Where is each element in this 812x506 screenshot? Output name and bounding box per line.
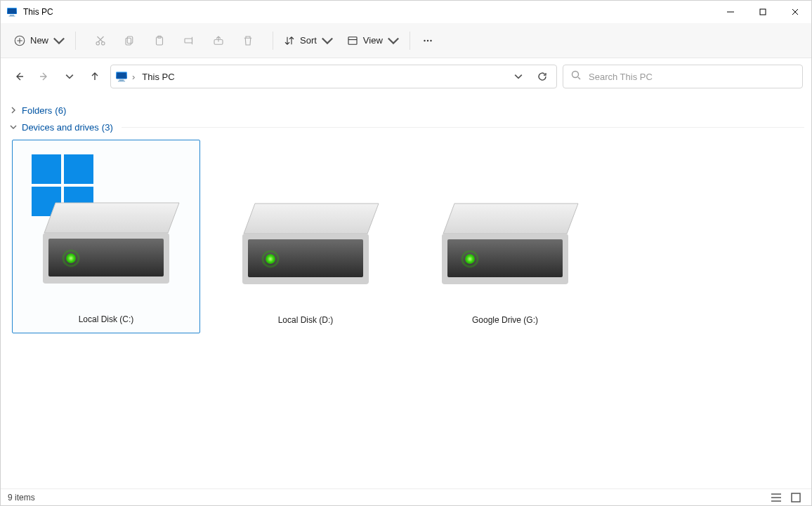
chevron-down-icon (387, 34, 400, 47)
breadcrumb-this-pc[interactable]: This PC (139, 72, 177, 82)
sort-button[interactable]: Sort (279, 29, 338, 53)
close-button[interactable] (779, 1, 811, 23)
drive-item-c[interactable]: Local Disk (C:) (12, 140, 200, 333)
drive-icon (21, 149, 191, 289)
group-header-folders[interactable]: Folders (6) (8, 102, 804, 119)
cut-button[interactable] (89, 29, 112, 53)
svg-marker-27 (44, 203, 179, 233)
minimize-button[interactable] (714, 1, 747, 23)
window-title: This PC (23, 7, 53, 17)
svg-rect-21 (118, 81, 125, 81)
group-header-drives[interactable]: Devices and drives (3) (8, 119, 804, 135)
paste-button[interactable] (148, 29, 171, 53)
address-bar[interactable]: › This PC (110, 65, 557, 88)
copy-button[interactable] (118, 29, 142, 53)
drives-container: Local Disk (C:) Local Disk (D:) (8, 135, 804, 354)
svg-rect-20 (119, 80, 124, 81)
view-button[interactable]: View (342, 29, 404, 53)
svg-rect-4 (760, 9, 766, 15)
svg-point-16 (427, 39, 428, 41)
rename-button[interactable] (177, 29, 201, 53)
svg-point-15 (424, 39, 425, 41)
status-bar: 9 items (1, 488, 811, 505)
this-pc-icon (115, 70, 128, 83)
drive-label: Local Disk (C:) (79, 289, 134, 324)
recent-locations-button[interactable] (60, 67, 79, 86)
chevron-down-icon (321, 34, 334, 47)
svg-point-40 (465, 254, 475, 264)
command-bar: New Sort View (1, 23, 811, 58)
svg-rect-14 (348, 36, 357, 44)
new-button[interactable]: New (9, 29, 70, 53)
svg-rect-8 (127, 36, 133, 44)
svg-point-35 (266, 254, 275, 264)
chevron-right-icon[interactable]: › (132, 72, 135, 82)
svg-rect-39 (447, 239, 563, 277)
svg-rect-24 (64, 154, 93, 184)
address-history-dropdown[interactable] (509, 67, 528, 86)
group-label-folders: Folders (22, 105, 52, 116)
svg-rect-9 (126, 38, 131, 45)
view-button-label: View (363, 35, 383, 46)
large-icons-view-button[interactable] (787, 491, 804, 505)
svg-rect-2 (10, 15, 14, 16)
drive-item-d[interactable]: Local Disk (D:) (211, 140, 400, 333)
search-icon (570, 69, 582, 84)
drive-label: Google Drive (G:) (472, 290, 538, 325)
drive-label: Local Disk (D:) (278, 290, 334, 325)
svg-point-22 (572, 72, 579, 78)
svg-point-17 (430, 39, 431, 41)
navigation-row: › This PC (1, 58, 811, 95)
title-bar: This PC (1, 1, 811, 23)
search-input[interactable] (589, 72, 795, 82)
search-box[interactable] (563, 65, 803, 88)
forward-button[interactable] (34, 67, 54, 86)
chevron-down-icon (8, 121, 19, 133)
details-view-button[interactable] (768, 491, 785, 505)
svg-marker-32 (244, 204, 379, 234)
group-count-folders: (6) (55, 105, 66, 116)
content-pane: Folders (6) Devices and drives (3) (1, 95, 811, 488)
group-label-drives: Devices and drives (22, 122, 99, 133)
new-button-label: New (30, 35, 48, 46)
status-item-count: 9 items (8, 493, 35, 502)
back-button[interactable] (9, 67, 29, 86)
svg-rect-19 (117, 72, 126, 78)
drive-icon (419, 149, 591, 290)
svg-marker-37 (443, 204, 578, 234)
maximize-button[interactable] (747, 1, 779, 23)
up-button[interactable] (85, 67, 105, 86)
drive-item-g[interactable]: Google Drive (G:) (411, 140, 599, 333)
svg-rect-42 (792, 493, 800, 502)
this-pc-icon (6, 6, 18, 18)
svg-rect-12 (185, 39, 192, 43)
chevron-down-icon (53, 34, 65, 47)
refresh-button[interactable] (532, 67, 552, 86)
svg-rect-3 (9, 16, 15, 17)
svg-rect-23 (32, 154, 61, 184)
svg-rect-34 (248, 239, 363, 277)
more-button[interactable] (416, 29, 440, 53)
sort-button-label: Sort (300, 35, 317, 46)
delete-button[interactable] (236, 29, 260, 53)
group-count-drives: (3) (102, 122, 113, 133)
chevron-right-icon (8, 105, 19, 116)
share-button[interactable] (207, 29, 230, 53)
drive-icon (220, 149, 391, 290)
svg-rect-29 (48, 239, 164, 277)
svg-rect-1 (8, 8, 16, 13)
svg-point-30 (66, 253, 76, 263)
